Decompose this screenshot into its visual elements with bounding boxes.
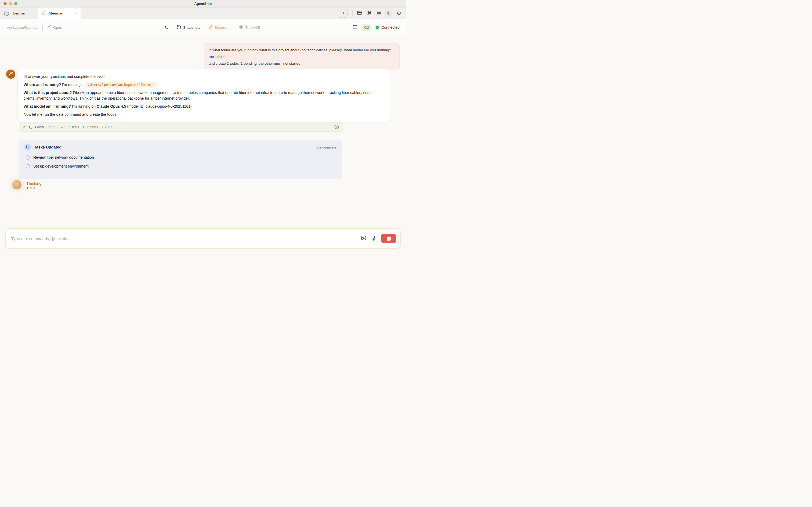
workspace-path: workspace/fiberman bbox=[7, 25, 39, 30]
folder-icon bbox=[4, 11, 9, 15]
user-message-line1: in what folder are you running? what is … bbox=[209, 47, 395, 53]
chevron-down-icon: ⌄ bbox=[63, 26, 67, 29]
question-bold: Where am I running? bbox=[23, 82, 61, 87]
tab-label: fiberman bbox=[11, 11, 25, 15]
checklist-icon bbox=[24, 144, 31, 151]
expand-chevron-icon[interactable] bbox=[22, 125, 25, 128]
assistant-message: I'll answer your questions and complete … bbox=[17, 69, 390, 122]
tasks-progress-badge[interactable]: 0/2 bbox=[361, 24, 372, 31]
model-selector[interactable]: Opus ⌄ bbox=[47, 25, 66, 30]
task-label: Review fiber network documentation bbox=[33, 155, 94, 160]
task-pending-circle-icon[interactable] bbox=[26, 164, 30, 168]
divider bbox=[352, 10, 353, 17]
app-title: AgentShip bbox=[194, 2, 212, 6]
folder-open-icon bbox=[357, 11, 362, 16]
dot-icon bbox=[26, 187, 28, 189]
think-label: Think Off bbox=[245, 25, 260, 30]
connection-label: Connected bbox=[381, 25, 400, 30]
bash-tool-call[interactable]: Bash ("date") →Fri Dec 19 12:37:59 EET 2… bbox=[19, 122, 343, 131]
sparkle-icon bbox=[47, 25, 51, 30]
close-tab-icon[interactable]: × bbox=[74, 11, 76, 15]
app-window: AgentShip fiberman fiberman × + ⌘ bbox=[0, 0, 406, 253]
assistant-text: (model ID: claude-opus-4-5-20251101) bbox=[126, 104, 192, 109]
assistant-paragraph: Now let me run the date command and crea… bbox=[23, 112, 384, 117]
task-label: Set up development environment bbox=[33, 164, 89, 168]
terminal-toggle[interactable] bbox=[164, 25, 169, 30]
thinking-mode-selector[interactable]: Think Off ⌄ bbox=[239, 25, 264, 30]
sessions-button[interactable] bbox=[376, 11, 382, 16]
chat-transcript: in what folder are you running? what is … bbox=[0, 36, 406, 253]
question-bold: What is this project about? bbox=[23, 91, 72, 95]
minimize-window-button[interactable] bbox=[9, 2, 12, 5]
task-item[interactable]: Set up development environment bbox=[24, 164, 337, 168]
model-name-bold: Claude Opus 4.5 bbox=[97, 104, 126, 109]
connection-status: Connected bbox=[375, 25, 400, 30]
dot-icon bbox=[33, 187, 35, 189]
user-message-text: run bbox=[209, 55, 215, 59]
success-check-icon bbox=[334, 124, 339, 129]
tool-name: Bash bbox=[35, 125, 44, 129]
stop-square-icon bbox=[387, 237, 391, 241]
task-item[interactable]: Review fiber network documentation bbox=[24, 155, 337, 160]
assistant-paragraph: What is this project about? FiberMan app… bbox=[23, 90, 384, 101]
assistant-text: I'm running on bbox=[71, 104, 97, 109]
thinking-status: Thinking bbox=[26, 181, 42, 185]
assistant-text: I'm running in bbox=[61, 82, 85, 87]
assistant-avatar bbox=[6, 69, 15, 79]
open-folder-button[interactable] bbox=[357, 11, 362, 16]
snapshots-button[interactable]: Snapshots bbox=[177, 25, 200, 30]
settings-button[interactable]: ⚙ bbox=[396, 10, 401, 17]
composer-actions bbox=[361, 234, 396, 243]
microphone-icon bbox=[371, 235, 376, 242]
tab-status-dot bbox=[6, 14, 8, 16]
sparkles-icon bbox=[8, 71, 13, 77]
circle-x-icon bbox=[239, 25, 243, 30]
tab-fiberman-active[interactable]: fiberman × bbox=[38, 7, 80, 19]
history-icon bbox=[177, 25, 181, 30]
side-panel-toggle[interactable] bbox=[353, 25, 357, 30]
connected-dot-icon bbox=[375, 26, 379, 29]
tab-label: fiberman bbox=[49, 11, 63, 15]
session-count-badge[interactable]: 3 bbox=[385, 10, 392, 17]
attach-image-button[interactable] bbox=[361, 235, 366, 241]
server-stack-icon bbox=[376, 11, 382, 16]
assistant-text: FiberMan appears to be a fiber optic net… bbox=[23, 91, 374, 101]
zoom-window-button[interactable] bbox=[14, 2, 17, 5]
bypass-mode-selector[interactable]: Bypass ⌄ bbox=[209, 25, 231, 30]
tabbar-actions: + ⌘ 3 ⚙ bbox=[339, 7, 406, 19]
plus-icon: + bbox=[342, 10, 345, 16]
gear-icon: ⚙ bbox=[396, 10, 401, 17]
tasks-header: Tasks Updated 0/2 complete bbox=[24, 144, 337, 151]
user-message-line2: run date bbox=[209, 54, 395, 60]
tool-result: →Fri Dec 19 12:37:59 EET 2025 bbox=[60, 125, 112, 129]
message-input[interactable] bbox=[11, 236, 361, 241]
stop-generation-button[interactable] bbox=[381, 234, 396, 243]
command-icon: ⌘ bbox=[367, 10, 372, 16]
tasks-progress: 0/2 complete bbox=[316, 145, 337, 149]
path-code: /Users/lpetrov/workspace/fiberman bbox=[85, 82, 157, 88]
tasks-updated-card: Tasks Updated 0/2 complete Review fiber … bbox=[19, 139, 342, 179]
chevron-down-icon: ⌄ bbox=[261, 26, 265, 29]
assistant-paragraph: What model am I running? I'm running on … bbox=[23, 104, 384, 109]
shortcuts-button[interactable]: ⌘ bbox=[367, 10, 372, 16]
loading-spinner-icon bbox=[43, 11, 46, 15]
tool-result-text: Fri Dec 19 12:37:59 EET 2025 bbox=[65, 125, 112, 129]
chevron-down-icon: ⌄ bbox=[228, 26, 231, 29]
assistant-paragraph: I'll answer your questions and complete … bbox=[23, 74, 384, 79]
toolbar: workspace/fiberman Opus ⌄ Snapshots Bypa… bbox=[0, 19, 406, 36]
terminal-prompt-icon bbox=[164, 25, 169, 30]
composer bbox=[5, 228, 401, 249]
traffic-lights bbox=[3, 2, 17, 5]
tab-bar: fiberman fiberman × + ⌘ 3 ⚙ bbox=[0, 7, 406, 19]
voice-input-button[interactable] bbox=[371, 235, 376, 242]
close-window-button[interactable] bbox=[3, 2, 7, 5]
model-label: Opus bbox=[53, 25, 62, 30]
thinking-avatar bbox=[12, 180, 21, 189]
task-pending-circle-icon[interactable] bbox=[26, 156, 30, 160]
dot-icon bbox=[30, 187, 32, 189]
tab-fiberman-background[interactable]: fiberman bbox=[0, 7, 38, 19]
assistant-paragraph: Where am I running? I'm running in /User… bbox=[23, 82, 384, 88]
user-message-line3: and create 2 todos, 1 pending, the other… bbox=[209, 61, 395, 67]
titlebar: AgentShip bbox=[0, 0, 406, 7]
new-tab-button[interactable]: + bbox=[339, 9, 348, 18]
